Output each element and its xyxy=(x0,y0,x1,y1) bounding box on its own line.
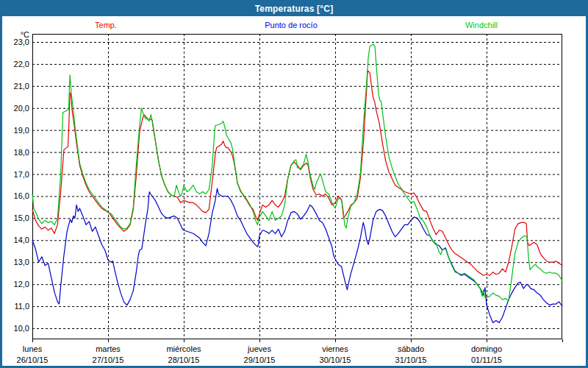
day-name-label: miércoles xyxy=(166,344,201,353)
day-date-label: 31/10/15 xyxy=(395,355,427,364)
y-tick-label: 10,0 xyxy=(14,324,29,333)
legend-item-temp: Temp. xyxy=(95,21,117,29)
day-name-label: lunes xyxy=(23,344,43,353)
chart-legend: Temp. Punto de rocío Windchill xyxy=(2,21,586,32)
day-date-label: 29/10/15 xyxy=(244,355,276,364)
y-tick-label: 13,0 xyxy=(14,258,29,266)
day-name-label: domingo xyxy=(471,344,502,353)
y-tick-label: 16,0 xyxy=(14,191,29,200)
y-tick-label: 18,0 xyxy=(14,148,29,157)
day-date-label: 26/10/15 xyxy=(17,355,49,364)
y-tick-label: 23,0 xyxy=(14,38,29,46)
y-tick-label: 20,0 xyxy=(14,104,29,113)
y-tick-label: 19,0 xyxy=(14,126,29,135)
temperature-chart: °C10,011,012,013,014,015,016,017,018,019… xyxy=(2,2,588,368)
y-tick-label: 21,0 xyxy=(14,82,29,91)
y-tick-label: 22,0 xyxy=(14,60,29,68)
y-tick-label: 17,0 xyxy=(14,170,29,179)
legend-item-dewpoint: Punto de rocío xyxy=(265,21,318,29)
day-name-label: jueves xyxy=(247,344,271,353)
y-tick-label: 12,0 xyxy=(14,280,29,289)
day-name-label: sábado xyxy=(398,344,424,353)
y-axis-labels: °C10,011,012,013,014,015,016,017,018,019… xyxy=(14,30,29,333)
app-window: Temperaturas [°C] °C10,011,012,013,014,0… xyxy=(0,0,588,368)
x-axis-labels: lunes26/10/15martes27/10/15miércoles28/1… xyxy=(17,344,503,364)
day-name-label: martes xyxy=(96,344,121,353)
day-date-label: 28/10/15 xyxy=(168,355,200,364)
day-date-label: 30/10/15 xyxy=(320,355,351,364)
y-tick-label: 14,0 xyxy=(14,236,29,244)
y-tick-label: 15,0 xyxy=(14,213,29,222)
x-axis-ticks xyxy=(33,339,563,342)
legend-item-windchill: Windchill xyxy=(465,21,498,29)
y-tick-label: 11,0 xyxy=(14,302,29,311)
day-name-label: viernes xyxy=(322,344,348,353)
day-date-label: 01/11/15 xyxy=(471,355,502,364)
day-date-label: 27/10/15 xyxy=(93,355,124,364)
